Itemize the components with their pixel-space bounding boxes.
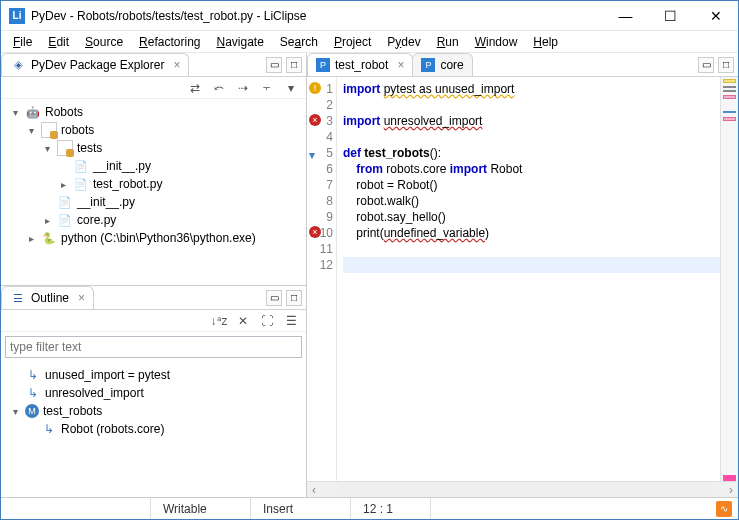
- line-number[interactable]: !1: [307, 81, 333, 97]
- code-line[interactable]: robot.say_hello(): [343, 209, 720, 225]
- explorer-tree[interactable]: ▾🤖Robots▾robots▾tests📄__init__.py▸📄test_…: [1, 99, 306, 285]
- line-number[interactable]: 8: [307, 193, 333, 209]
- explorer-tool-0[interactable]: ⇄: [186, 79, 204, 97]
- code-line[interactable]: [343, 241, 720, 257]
- close-icon[interactable]: ×: [397, 58, 404, 72]
- code-line[interactable]: [343, 129, 720, 145]
- explorer-tool-1[interactable]: ⤺: [210, 79, 228, 97]
- outline-tool-1[interactable]: ✕: [234, 312, 252, 330]
- expand-icon[interactable]: ▾: [41, 143, 53, 154]
- minimize-view-button[interactable]: ▭: [698, 57, 714, 73]
- tree-node[interactable]: ▸📄test_robot.py: [3, 175, 304, 193]
- minimize-view-button[interactable]: ▭: [266, 290, 282, 306]
- menu-navigate[interactable]: Navigate: [208, 33, 271, 51]
- expand-icon[interactable]: ▸: [25, 233, 37, 244]
- outline-tool-0[interactable]: ↓ᵃz: [210, 312, 228, 330]
- outline-tool-3[interactable]: ☰: [282, 312, 300, 330]
- maximize-view-button[interactable]: □: [286, 57, 302, 73]
- tree-node[interactable]: ▸📄core.py: [3, 211, 304, 229]
- editor-gutter[interactable]: !12×34▾56789×101112: [307, 77, 337, 481]
- tree-node[interactable]: ▾tests: [3, 139, 304, 157]
- line-number[interactable]: ×3: [307, 113, 333, 129]
- explorer-tab[interactable]: 🞛 PyDev Package Explorer ×: [1, 53, 189, 76]
- close-button[interactable]: ✕: [693, 1, 738, 31]
- minimize-view-button[interactable]: ▭: [266, 57, 282, 73]
- code-line[interactable]: import pytest as unused_import: [343, 81, 720, 97]
- outline-tab[interactable]: ☰ Outline ×: [1, 286, 94, 309]
- close-icon[interactable]: ×: [173, 58, 180, 72]
- menu-bar[interactable]: FileEditSourceRefactoringNavigateSearchP…: [1, 31, 738, 53]
- outline-tool-2[interactable]: ⛶: [258, 312, 276, 330]
- expand-icon[interactable]: ▾: [25, 125, 37, 136]
- line-number[interactable]: 4: [307, 129, 333, 145]
- scroll-right-icon[interactable]: ›: [724, 483, 738, 497]
- editor-tab-core[interactable]: Pcore: [412, 53, 472, 76]
- menu-pydev[interactable]: Pydev: [379, 33, 428, 51]
- overview-marker[interactable]: [723, 475, 736, 481]
- code-line[interactable]: robot.walk(): [343, 193, 720, 209]
- overview-marker[interactable]: [723, 111, 736, 113]
- maximize-button[interactable]: ☐: [648, 1, 693, 31]
- menu-help[interactable]: Help: [525, 33, 566, 51]
- code-line[interactable]: robot = Robot(): [343, 177, 720, 193]
- menu-edit[interactable]: Edit: [40, 33, 77, 51]
- tree-node[interactable]: ▾🤖Robots: [3, 103, 304, 121]
- tree-node[interactable]: 📄__init__.py: [3, 193, 304, 211]
- line-number[interactable]: 2: [307, 97, 333, 113]
- editor[interactable]: !12×34▾56789×101112 import pytest as unu…: [307, 77, 738, 481]
- menu-search[interactable]: Search: [272, 33, 326, 51]
- line-number[interactable]: ×10: [307, 225, 333, 241]
- close-icon[interactable]: ×: [78, 291, 85, 305]
- editor-tab-test_robot[interactable]: Ptest_robot×: [307, 53, 413, 76]
- expand-icon[interactable]: ▸: [41, 215, 53, 226]
- line-number[interactable]: 7: [307, 177, 333, 193]
- scroll-left-icon[interactable]: ‹: [307, 483, 321, 497]
- menu-run[interactable]: Run: [429, 33, 467, 51]
- editor-scrollbar[interactable]: ‹ ›: [307, 481, 738, 497]
- line-number[interactable]: 12: [307, 257, 333, 273]
- tree-node[interactable]: ↳unused_import = pytest: [3, 366, 304, 384]
- maximize-view-button[interactable]: □: [718, 57, 734, 73]
- overview-marker[interactable]: [723, 86, 736, 88]
- line-number[interactable]: 9: [307, 209, 333, 225]
- tree-node[interactable]: ↳Robot (robots.core): [3, 420, 304, 438]
- maximize-view-button[interactable]: □: [286, 290, 302, 306]
- code-line[interactable]: [343, 257, 720, 273]
- editor-code[interactable]: import pytest as unused_import import un…: [337, 77, 720, 481]
- tree-node[interactable]: ↳unresolved_import: [3, 384, 304, 402]
- overview-marker[interactable]: [723, 79, 736, 83]
- expand-icon[interactable]: ▾: [9, 406, 21, 417]
- code-line[interactable]: from robots.core import Robot: [343, 161, 720, 177]
- error-marker-icon[interactable]: ×: [309, 114, 321, 126]
- expand-icon[interactable]: ▾: [9, 107, 21, 118]
- tree-node[interactable]: 📄__init__.py: [3, 157, 304, 175]
- outline-filter-input[interactable]: [5, 336, 302, 358]
- tree-node[interactable]: ▾robots: [3, 121, 304, 139]
- outline-tree[interactable]: ↳unused_import = pytest↳unresolved_impor…: [1, 362, 306, 497]
- explorer-tool-4[interactable]: ▾: [282, 79, 300, 97]
- overview-marker[interactable]: [723, 90, 736, 92]
- overview-marker[interactable]: [723, 117, 736, 121]
- menu-file[interactable]: File: [5, 33, 40, 51]
- line-number[interactable]: ▾5: [307, 145, 333, 161]
- minimize-button[interactable]: —: [603, 1, 648, 31]
- explorer-tool-2[interactable]: ⇢: [234, 79, 252, 97]
- code-line[interactable]: def test_robots():: [343, 145, 720, 161]
- menu-project[interactable]: Project: [326, 33, 379, 51]
- overview-marker[interactable]: [723, 95, 736, 99]
- code-line[interactable]: print(undefined_variable): [343, 225, 720, 241]
- menu-window[interactable]: Window: [467, 33, 526, 51]
- line-number[interactable]: 11: [307, 241, 333, 257]
- line-number[interactable]: 6: [307, 161, 333, 177]
- code-line[interactable]: [343, 97, 720, 113]
- menu-refactoring[interactable]: Refactoring: [131, 33, 208, 51]
- overview-ruler[interactable]: [720, 77, 738, 481]
- explorer-tool-3[interactable]: ⫟: [258, 79, 276, 97]
- warning-marker-icon[interactable]: !: [309, 82, 321, 94]
- tree-node[interactable]: ▾Mtest_robots: [3, 402, 304, 420]
- menu-source[interactable]: Source: [77, 33, 131, 51]
- rss-icon[interactable]: ∿: [716, 501, 732, 517]
- code-line[interactable]: import unresolved_import: [343, 113, 720, 129]
- error-marker-icon[interactable]: ×: [309, 226, 321, 238]
- expand-icon[interactable]: ▸: [57, 179, 69, 190]
